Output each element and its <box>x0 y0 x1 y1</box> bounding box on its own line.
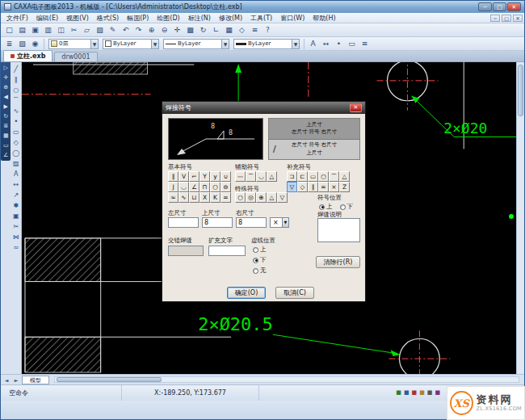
supp-weld-symbol-button[interactable]: ⊐ <box>287 171 297 182</box>
minimize-button[interactable]: ─ <box>478 2 492 11</box>
basic-weld-symbol-button[interactable]: ○ <box>210 182 220 192</box>
basic-weld-symbol-button[interactable]: K <box>210 192 220 203</box>
special-weld-symbol-button[interactable]: ▽ <box>277 192 288 203</box>
special-weld-symbol-button[interactable]: ◎ <box>246 192 256 203</box>
basic-weld-symbol-button[interactable]: Y <box>200 171 210 182</box>
rect-tool-button[interactable]: ▭ <box>11 127 21 136</box>
copy-button[interactable]: ▱ <box>81 24 93 36</box>
tab-drw0001[interactable]: drw0001 <box>54 52 97 61</box>
polar-toggle[interactable]: ■ <box>419 390 425 396</box>
mirror-tool-button[interactable]: ⋈ <box>11 232 21 242</box>
aux-weld-symbol-button[interactable]: ◡ <box>256 171 267 182</box>
basic-weld-symbol-button[interactable]: ∥ <box>168 171 178 182</box>
block-tool-button[interactable]: ▣ <box>11 211 21 220</box>
dimension-style-button[interactable]: ↔ <box>320 38 332 50</box>
ortho-toggle[interactable]: ■ <box>412 390 418 396</box>
next-view-button[interactable]: ▶ <box>2 103 10 111</box>
supp-weld-symbol-button[interactable]: ⊏ <box>297 171 308 182</box>
measure-button[interactable]: ∠ <box>2 151 10 159</box>
basic-weld-symbol-button[interactable]: ∪ <box>220 171 231 182</box>
lineweight-toggle[interactable]: ■ <box>427 390 433 396</box>
ellipse-tool-button[interactable]: ◯ <box>11 148 21 158</box>
basic-weld-symbol-button[interactable]: ∠ <box>189 182 200 192</box>
basic-weld-symbol-button[interactable]: ⌐ <box>189 171 200 182</box>
special-weld-symbol-button[interactable]: △ <box>267 192 277 203</box>
format-brush-button[interactable]: ✎ <box>107 24 119 36</box>
text-style-button[interactable]: A <box>307 38 319 50</box>
supp-weld-symbol-button[interactable]: ▽ <box>287 182 297 192</box>
previous-view-button[interactable]: ◀ <box>2 93 10 101</box>
top-size-input[interactable] <box>202 217 233 228</box>
dyninput-toggle[interactable]: ■ <box>435 390 440 396</box>
layer-state-button[interactable]: ▧ <box>16 38 28 50</box>
ok-button[interactable]: 确定(O) <box>227 287 266 299</box>
supp-weld-symbol-button[interactable]: ▭ <box>308 171 318 182</box>
layer-manager-button[interactable]: ≣ <box>3 38 15 50</box>
menu-item[interactable]: 工具(T) <box>246 14 276 23</box>
basic-weld-symbol-button[interactable]: X <box>200 192 210 203</box>
trim-tool-button[interactable]: ✂ <box>11 221 21 231</box>
redo-button[interactable]: ↷ <box>132 24 145 36</box>
basic-weld-symbol-button[interactable]: ⊖ <box>220 182 231 192</box>
basic-weld-symbol-button[interactable]: J <box>168 182 178 192</box>
position-radio-bottom[interactable]: 下 <box>340 203 354 211</box>
close-button[interactable]: ✕ <box>507 2 521 11</box>
save-button[interactable]: ▣ <box>29 24 41 36</box>
menu-item[interactable]: 绘图(D) <box>153 14 183 23</box>
object-snap-button[interactable]: ◇ <box>236 24 248 36</box>
circle-tool-button[interactable]: ○ <box>11 85 21 94</box>
sheet-next-icon[interactable]: ► <box>12 377 20 383</box>
zoom-view-button[interactable]: ⊕ <box>2 83 10 91</box>
supp-weld-symbol-button[interactable]: ∥ <box>308 182 318 192</box>
print-button[interactable]: ▥ <box>42 24 54 36</box>
dimension-tool-button[interactable]: ↔ <box>11 179 21 189</box>
dashline-radio-top[interactable]: 上 <box>253 246 267 254</box>
polygon-tool-button[interactable]: ◇ <box>11 137 21 147</box>
basic-weld-symbol-button[interactable]: ⊓ <box>200 182 210 192</box>
layer-combo[interactable]: 0层 ▼ <box>48 39 99 49</box>
supp-weld-symbol-button[interactable]: = <box>318 182 329 192</box>
properties-button[interactable]: ≡ <box>249 24 261 36</box>
menu-item[interactable]: 标注(N) <box>184 14 215 23</box>
menu-item[interactable]: 编辑(E) <box>32 14 62 23</box>
style-manager-button[interactable]: ▭ <box>346 38 358 50</box>
multiplier-combo[interactable]: × ▼ <box>270 217 289 228</box>
colors-button[interactable]: ▦ <box>2 132 10 140</box>
point-tool-button[interactable]: • <box>11 116 21 126</box>
position-radio-top[interactable]: 上 <box>319 203 333 211</box>
basic-weld-symbol-button[interactable]: ⊔ <box>189 192 200 203</box>
special-weld-symbol-button[interactable]: ○ <box>235 192 246 203</box>
model-tab[interactable]: 模型 <box>22 376 49 384</box>
text-tool-button[interactable]: A <box>11 169 21 178</box>
point-style-button[interactable]: • <box>333 38 345 50</box>
aux-weld-symbol-button[interactable]: — <box>235 171 246 182</box>
select-tool-button[interactable]: ▷ <box>2 64 10 72</box>
horizontal-scrollbar-thumb[interactable] <box>57 377 162 382</box>
menu-item[interactable]: 文件(F) <box>2 14 32 23</box>
spline-tool-button[interactable]: ∿ <box>11 106 21 116</box>
lineweight-combo[interactable]: ByLayer ▼ <box>233 39 300 49</box>
help-button[interactable]: ? <box>262 24 274 36</box>
supp-weld-symbol-button[interactable]: ○ <box>318 171 329 182</box>
zoom-in-button[interactable]: ⊕ <box>145 24 158 36</box>
aux-weld-symbol-button[interactable]: ⌒ <box>246 171 256 182</box>
clear-row-button[interactable]: 清除行(R) <box>316 256 360 268</box>
right-size-input[interactable] <box>236 217 267 228</box>
arc-tool-button[interactable]: ⌒ <box>11 95 21 105</box>
mdi-restore-button[interactable]: ▢ <box>502 15 511 22</box>
menu-item[interactable]: 帮助(H) <box>309 14 339 23</box>
dashline-radio-none[interactable]: 无 <box>253 267 267 275</box>
basic-weld-symbol-button[interactable]: ◡ <box>178 182 189 192</box>
symbol-tool-button[interactable]: ✱ <box>11 200 21 210</box>
supp-weld-symbol-button[interactable]: △ <box>339 171 350 182</box>
left-size-input[interactable] <box>168 217 199 228</box>
basic-weld-symbol-button[interactable]: V <box>178 171 189 182</box>
aux-weld-symbol-button[interactable]: △ <box>267 171 277 182</box>
supp-weld-symbol-button[interactable]: ⌒ <box>329 171 339 182</box>
basic-weld-symbol-button[interactable]: = <box>220 192 231 203</box>
cancel-button[interactable]: 取消(C) <box>275 287 314 299</box>
dashline-radio-bottom[interactable]: 下 <box>253 256 267 264</box>
refresh-view-button[interactable]: ↻ <box>2 112 10 120</box>
grip-point[interactable] <box>509 214 514 219</box>
line-tool-button[interactable]: ╱ <box>11 64 21 74</box>
